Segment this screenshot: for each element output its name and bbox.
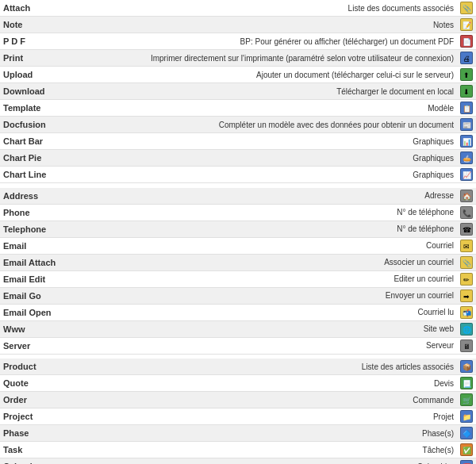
table-row: ProjectProjet📁 (0, 408, 476, 425)
row-description: Envoyer un courriel (70, 287, 457, 304)
row-icon-cell: 📃 (457, 375, 476, 392)
row-description: Graphiques (70, 150, 457, 167)
note-icon: 📝 (460, 18, 473, 31)
table-row: AddressAdresse🏠 (0, 188, 476, 205)
row-description: Modèle (70, 100, 457, 117)
table-row: Email OpenCourriel lu📬 (0, 304, 476, 320)
table-row: TelephoneN° de téléphone☎ (0, 220, 476, 237)
row-description: Phase(s) (70, 425, 457, 442)
row-key: Download (0, 83, 70, 100)
row-key: Email (0, 237, 70, 254)
row-icon-cell: 🏠 (457, 188, 476, 205)
print-icon: 🖨 (460, 52, 473, 64)
template-icon: 📋 (460, 102, 473, 114)
table-row: TaskTâche(s)✅ (0, 442, 476, 458)
row-icon-cell: ✅ (457, 442, 476, 458)
row-description: Courriel (70, 237, 457, 254)
emailopen-icon: 📬 (460, 306, 473, 319)
row-description: Courriel lu (70, 304, 457, 320)
row-key: Product (0, 359, 70, 375)
table-row: QuoteDevis📃 (0, 375, 476, 392)
table-row: DownloadTélécharger le document en local… (0, 83, 476, 100)
row-key: Calendar (0, 458, 70, 465)
main-container: AttachListe des documents associés📎NoteN… (0, 0, 476, 464)
row-icon-cell: 📎 (457, 254, 476, 270)
row-key: Www (0, 320, 70, 337)
row-description: Compléter un modèle avec des données pou… (70, 117, 457, 133)
row-key: Docfusion (0, 117, 70, 133)
table-row: NoteNotes📝 (0, 17, 476, 33)
row-description: N° de téléphone (70, 204, 457, 220)
task-icon: ✅ (460, 443, 473, 456)
table-row: ServerServeur🖥 (0, 337, 476, 354)
row-icon-cell: 🥧 (457, 150, 476, 167)
table-row: WwwSite web🌐 (0, 320, 476, 337)
chartbar-icon: 📊 (460, 135, 473, 148)
row-description: Tâche(s) (70, 442, 457, 458)
chartpie-icon: 🥧 (460, 151, 473, 164)
row-key: Phase (0, 425, 70, 442)
row-description: Liste des documents associés (70, 0, 457, 17)
emailgo-icon: ➡ (460, 290, 473, 302)
row-icon-cell: 🖥 (457, 337, 476, 354)
row-icon-cell: 📝 (457, 17, 476, 33)
row-description: Ajouter un document (télécharger celui-c… (70, 67, 457, 83)
row-icon-cell: 📋 (457, 100, 476, 117)
row-icon-cell: ⬇ (457, 83, 476, 100)
row-description: Commande (70, 392, 457, 408)
row-icon-cell: ☎ (457, 220, 476, 237)
row-description: Associer un courriel (70, 254, 457, 270)
row-key: Quote (0, 375, 70, 392)
row-icon-cell: ⬆ (457, 67, 476, 83)
download-icon: ⬇ (460, 85, 473, 98)
row-key: Project (0, 408, 70, 425)
row-icon-cell: 🖨 (457, 50, 476, 67)
table-row: UploadAjouter un document (télécharger c… (0, 67, 476, 83)
row-key: Address (0, 188, 70, 205)
address-icon: 🏠 (460, 190, 473, 202)
row-icon-cell: 📰 (457, 117, 476, 133)
row-icon-cell: 📅 (457, 458, 476, 465)
row-icon-cell: 📁 (457, 408, 476, 425)
table-row: TemplateModèle📋 (0, 100, 476, 117)
row-icon-cell: 🔷 (457, 425, 476, 442)
row-description: Graphiques (70, 167, 457, 183)
row-key: Template (0, 100, 70, 117)
table-row: P D FBP: Pour générer ou afficher (téléc… (0, 33, 476, 50)
row-icon-cell: ✉ (457, 237, 476, 254)
table-row: PhasePhase(s)🔷 (0, 425, 476, 442)
row-description: Serveur (70, 337, 457, 354)
table-row: DocfusionCompléter un modèle avec des do… (0, 117, 476, 133)
table-row: OrderCommande🛒 (0, 392, 476, 408)
server-icon: 🖥 (460, 339, 473, 352)
product-icon: 📦 (460, 360, 473, 373)
row-key: P D F (0, 33, 70, 50)
row-key: Print (0, 50, 70, 67)
project-icon: 📁 (460, 410, 473, 423)
quote-icon: 📃 (460, 377, 473, 389)
row-description: Site web (70, 320, 457, 337)
upload-icon: ⬆ (460, 68, 473, 81)
row-icon-cell: 📈 (457, 167, 476, 183)
row-key: Email Attach (0, 254, 70, 270)
row-key: Phone (0, 204, 70, 220)
row-key: Server (0, 337, 70, 354)
row-description: Devis (70, 375, 457, 392)
row-icon-cell: 🌐 (457, 320, 476, 337)
row-key: Chart Pie (0, 150, 70, 167)
row-icon-cell: 📄 (457, 33, 476, 50)
row-description: Projet (70, 408, 457, 425)
table-row: Chart BarGraphiques📊 (0, 133, 476, 150)
row-key: Upload (0, 67, 70, 83)
www-icon: 🌐 (460, 323, 473, 336)
row-icon-cell: 📦 (457, 359, 476, 375)
row-description: Télécharger le document en local (70, 83, 457, 100)
paperclip-icon: 📎 (460, 2, 473, 14)
row-description: Calendrier (70, 458, 457, 465)
row-key: Chart Line (0, 167, 70, 183)
row-key: Attach (0, 0, 70, 17)
row-key: Email Edit (0, 270, 70, 287)
phase-icon: 🔷 (460, 427, 473, 439)
table-row: ProductListe des articles associés📦 (0, 359, 476, 375)
row-key: Order (0, 392, 70, 408)
